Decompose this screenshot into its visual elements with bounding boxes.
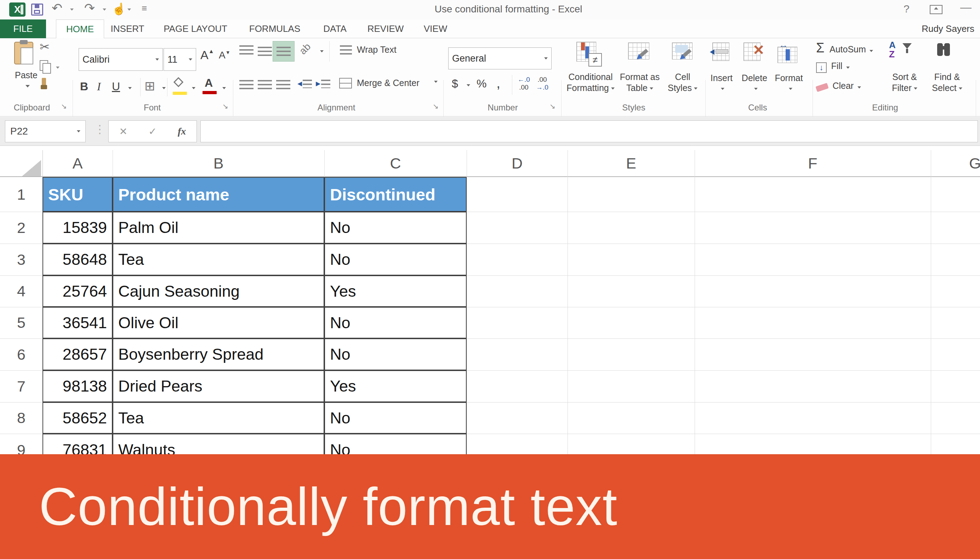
number-dialog-launcher-icon[interactable]: ↘: [549, 102, 555, 111]
italic-button[interactable]: I: [97, 80, 101, 93]
fill-color-dropdown-icon[interactable]: [192, 87, 195, 89]
cell-c4[interactable]: Yes: [324, 275, 467, 307]
column-header-b[interactable]: B: [112, 150, 324, 176]
number-format-dropdown-icon[interactable]: [544, 57, 548, 60]
cell-b5[interactable]: Olive Oil: [112, 307, 324, 339]
percent-style-icon[interactable]: %: [476, 77, 486, 90]
increase-indent-icon[interactable]: ▸: [316, 78, 331, 89]
format-painter-icon[interactable]: [42, 78, 46, 86]
tab-formulas[interactable]: FORMULAS: [244, 20, 306, 38]
select-all-corner[interactable]: [0, 150, 43, 176]
cell-b8[interactable]: Tea: [112, 402, 324, 434]
column-header-a[interactable]: A: [43, 150, 112, 176]
number-format-combo[interactable]: General: [448, 48, 552, 69]
cell-c1[interactable]: Discontinued: [324, 177, 467, 212]
insert-dropdown-icon[interactable]: [721, 88, 724, 90]
borders-dropdown-icon[interactable]: [162, 87, 166, 89]
format-dropdown-icon[interactable]: [789, 88, 792, 90]
copy-dropdown-icon[interactable]: [56, 66, 59, 69]
increase-decimal-icon[interactable]: ←.0.00: [517, 76, 530, 91]
underline-dropdown-icon[interactable]: [128, 87, 132, 89]
cell-a6[interactable]: 28657: [43, 339, 112, 370]
cell-b7[interactable]: Dried Pears: [112, 370, 324, 402]
orientation-dropdown-icon[interactable]: [320, 50, 324, 52]
column-header-g[interactable]: G: [931, 150, 980, 176]
tab-data[interactable]: DATA: [317, 20, 353, 38]
cut-icon[interactable]: ✂: [40, 40, 50, 54]
name-box-dropdown-icon[interactable]: [77, 130, 80, 132]
fill-color-button[interactable]: [172, 77, 188, 96]
merge-center-dropdown-icon[interactable]: [434, 81, 438, 83]
cell-a8[interactable]: 58652: [43, 402, 112, 434]
cell-b3[interactable]: Tea: [112, 243, 324, 275]
clear-dropdown-icon[interactable]: [858, 86, 861, 89]
cell-c7[interactable]: Yes: [324, 370, 467, 402]
autosum-dropdown-icon[interactable]: [869, 50, 873, 52]
ribbon-display-options-icon[interactable]: [930, 5, 942, 14]
cell-b1[interactable]: Product name: [112, 177, 324, 212]
copy-icon[interactable]: [40, 60, 48, 71]
fill-button[interactable]: ↓ Fill: [816, 61, 850, 73]
middle-align-icon[interactable]: [258, 47, 272, 56]
shrink-font-button[interactable]: A▼: [219, 50, 230, 61]
cell-a3[interactable]: 58648: [43, 243, 112, 275]
currency-dropdown-icon[interactable]: [467, 84, 470, 86]
name-box-splitter[interactable]: ⋮: [94, 122, 106, 136]
alignment-dialog-launcher-icon[interactable]: ↘: [433, 102, 439, 111]
font-dialog-launcher-icon[interactable]: ↘: [222, 102, 228, 111]
cell-b2[interactable]: Palm Oil: [112, 212, 324, 243]
bold-button[interactable]: B: [80, 80, 88, 93]
underline-button[interactable]: U: [112, 80, 120, 93]
cell-c3[interactable]: No: [324, 243, 467, 275]
fill-dropdown-icon[interactable]: [846, 66, 850, 69]
paste-dropdown-icon[interactable]: [25, 85, 30, 88]
tab-insert[interactable]: INSERT: [107, 20, 148, 38]
currency-icon[interactable]: $: [452, 77, 458, 90]
enter-icon[interactable]: ✓: [148, 126, 157, 137]
delete-dropdown-icon[interactable]: [754, 88, 758, 90]
clipboard-dialog-launcher-icon[interactable]: ↘: [61, 102, 67, 111]
minimize-icon[interactable]: —: [960, 1, 972, 14]
column-header-f[interactable]: F: [695, 150, 931, 176]
bottom-align-button[interactable]: [273, 41, 294, 61]
cell-b6[interactable]: Boysenberry Spread: [112, 339, 324, 370]
cell-a5[interactable]: 36541: [43, 307, 112, 339]
font-name-dropdown-icon[interactable]: [155, 58, 159, 61]
align-center-icon[interactable]: [258, 80, 272, 89]
formula-input[interactable]: [200, 121, 978, 142]
cell-c8[interactable]: No: [324, 402, 467, 434]
autosum-button[interactable]: Σ AutoSum: [816, 40, 873, 56]
decrease-indent-icon[interactable]: ◂: [297, 78, 312, 89]
cell-a2[interactable]: 15839: [43, 212, 112, 243]
decrease-decimal-icon[interactable]: .00→.0: [536, 76, 549, 91]
insert-function-icon[interactable]: fx: [178, 126, 186, 137]
tab-file[interactable]: FILE: [0, 20, 46, 38]
cell-a1[interactable]: SKU: [43, 177, 112, 212]
column-header-d[interactable]: D: [467, 150, 567, 176]
orientation-icon[interactable]: ab: [297, 41, 313, 57]
cell-c5[interactable]: No: [324, 307, 467, 339]
column-header-c[interactable]: C: [324, 150, 467, 176]
cell-a7[interactable]: 98138: [43, 370, 112, 402]
grow-font-button[interactable]: A▲: [200, 48, 214, 62]
cell-a4[interactable]: 25764: [43, 275, 112, 307]
comma-style-icon[interactable]: ,: [496, 75, 500, 91]
font-color-dropdown-icon[interactable]: [222, 87, 226, 89]
tab-page-layout[interactable]: PAGE LAYOUT: [159, 20, 231, 38]
cell-c6[interactable]: No: [324, 339, 467, 370]
user-name[interactable]: Rudy Sayers: [922, 23, 974, 34]
cancel-icon[interactable]: ✕: [119, 126, 127, 137]
tab-home[interactable]: HOME: [56, 20, 104, 38]
tab-view[interactable]: VIEW: [418, 20, 453, 38]
column-header-e[interactable]: E: [567, 150, 695, 176]
align-right-icon[interactable]: [276, 80, 290, 89]
tab-review[interactable]: REVIEW: [363, 20, 408, 38]
clear-button[interactable]: Clear: [816, 81, 861, 91]
top-align-icon[interactable]: [239, 45, 253, 55]
font-size-combo[interactable]: 11: [164, 48, 196, 71]
help-icon[interactable]: ?: [904, 3, 909, 15]
cell-c2[interactable]: No: [324, 212, 467, 243]
cell-b4[interactable]: Cajun Seasoning: [112, 275, 324, 307]
name-box[interactable]: P22: [5, 121, 86, 142]
font-name-combo[interactable]: Calibri: [79, 48, 163, 71]
